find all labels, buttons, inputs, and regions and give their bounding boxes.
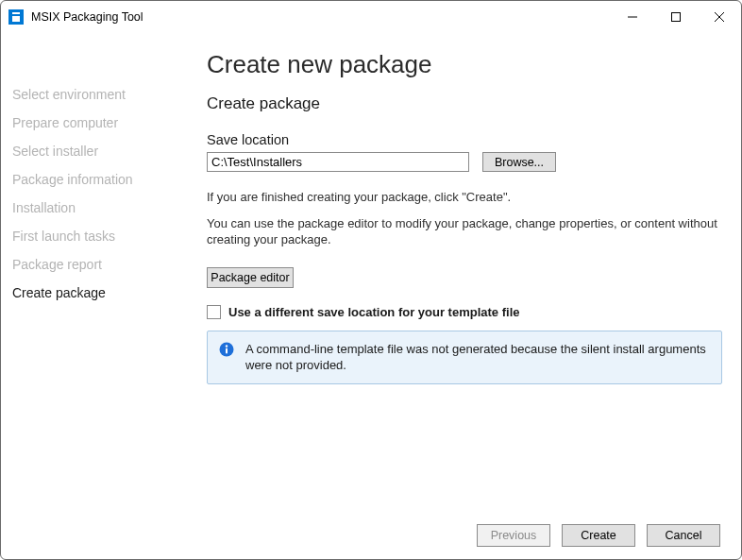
sidebar-item-prepare-computer[interactable]: Prepare computer (12, 109, 190, 137)
save-location-label: Save location (207, 132, 722, 147)
sidebar-item-select-installer[interactable]: Select installer (12, 137, 190, 165)
page-subtitle: Create package (207, 94, 722, 113)
sidebar-item-select-environment[interactable]: Select environment (12, 80, 190, 109)
window-title: MSIX Packaging Tool (31, 10, 143, 24)
info-banner: A command-line template file was not gen… (207, 331, 722, 384)
app-icon (8, 9, 24, 25)
hint-editor: You can use the package editor to modify… (207, 215, 722, 248)
minimize-button[interactable] (611, 1, 654, 32)
window-controls (611, 1, 741, 32)
main-panel: Create new package Create package Save l… (190, 33, 741, 512)
title-bar: MSIX Packaging Tool (1, 1, 741, 33)
sidebar-item-package-information[interactable]: Package information (12, 165, 190, 194)
page-title: Create new package (207, 50, 722, 79)
create-button[interactable]: Create (562, 524, 635, 547)
svg-rect-1 (672, 12, 681, 21)
template-location-row: Use a different save location for your t… (207, 305, 722, 319)
content-area: Select environment Prepare computer Sele… (1, 33, 741, 512)
browse-button[interactable]: Browse... (482, 152, 556, 172)
previous-button[interactable]: Previous (477, 524, 550, 547)
sidebar-item-create-package[interactable]: Create package (12, 279, 190, 307)
info-text: A command-line template file was not gen… (245, 341, 710, 374)
svg-point-3 (226, 345, 228, 347)
wizard-footer: Previous Create Cancel (1, 512, 741, 559)
template-location-label: Use a different save location for your t… (228, 305, 519, 319)
template-location-checkbox[interactable] (207, 305, 221, 319)
sidebar-item-installation[interactable]: Installation (12, 194, 190, 222)
wizard-sidebar: Select environment Prepare computer Sele… (1, 33, 190, 512)
hint-create: If you are finished creating your packag… (207, 189, 722, 206)
info-icon (219, 342, 234, 357)
maximize-button[interactable] (654, 1, 698, 32)
close-button[interactable] (698, 1, 741, 32)
svg-rect-4 (226, 348, 228, 353)
save-location-row: Browse... (207, 152, 722, 172)
sidebar-item-first-launch-tasks[interactable]: First launch tasks (12, 222, 190, 250)
package-editor-button[interactable]: Package editor (207, 267, 294, 288)
cancel-button[interactable]: Cancel (647, 524, 720, 547)
save-location-input[interactable] (207, 152, 469, 172)
sidebar-item-package-report[interactable]: Package report (12, 250, 190, 279)
